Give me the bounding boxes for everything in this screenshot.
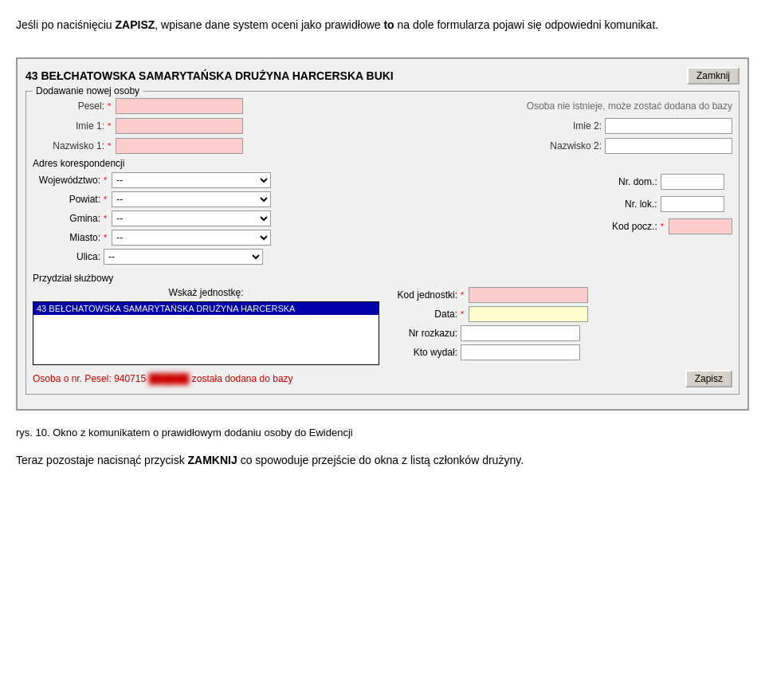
jednostka-list[interactable]: 43 BEŁCHATOWSKA SAMARYTAŃSKA DRUŻYNA HAR…	[33, 301, 379, 365]
dodawanie-section: Dodawanie nowej osoby Pesel: * Osoba nie…	[26, 91, 740, 395]
form-window: 43 BEŁCHATOWSKA SAMARYTAŃSKA DRUŻYNA HAR…	[16, 57, 749, 411]
nr-dom-label: Nr. dom.:	[602, 176, 657, 187]
kod-jednostki-row: Kod jednostki: *	[386, 287, 732, 303]
ulica-select[interactable]: --	[104, 249, 263, 265]
imie2-label: Imie 2:	[530, 120, 602, 132]
status-text-end: została dodana do bazy	[192, 373, 293, 384]
miasto-label: Miasto:	[33, 232, 100, 243]
kod-jednostki-label: Kod jednostki:	[386, 289, 457, 301]
nazwisko2-input[interactable]	[605, 138, 732, 154]
jednostka-item[interactable]: 43 BEŁCHATOWSKA SAMARYTAŃSKA DRUŻYNA HAR…	[33, 302, 379, 315]
powiat-label: Powiat:	[33, 194, 100, 205]
powiat-star: *	[104, 195, 107, 204]
powiat-row: Powiat: * --	[33, 191, 595, 207]
imie2-input[interactable]	[605, 118, 732, 134]
ulica-row: Ulica: --	[33, 249, 595, 265]
gmina-row: Gmina: * --	[33, 210, 595, 226]
przydzial-inner: Wskaż jednostkę: 43 BEŁCHATOWSKA SAMARYT…	[33, 287, 732, 365]
kto-wydal-row: Kto wydał:	[386, 344, 732, 360]
przydzial-section: Przydział służbowy Wskaż jednostkę: 43 B…	[33, 273, 732, 365]
outro-paragraph: Teraz pozostaje nacisnąć przycisk ZAMKNI…	[16, 451, 749, 469]
kod-col: Kod jednostki: * Data: * Nr rozkazu:	[386, 287, 732, 365]
status-text: Osoba o nr. Pesel: 940715 ██████ została…	[33, 373, 293, 384]
miasto-select[interactable]: --	[112, 230, 271, 246]
ulica-label: Ulica:	[33, 251, 100, 262]
kod-pocz-row: Kod pocz.: *	[602, 218, 732, 234]
address-section: Adres korespondencji Województwo: * -- P…	[33, 158, 732, 268]
caption-text: Okno z komunikatem o prawidłowym dodaniu…	[53, 427, 352, 438]
pesel-required-star: *	[108, 101, 111, 111]
kto-wydal-input[interactable]	[461, 344, 580, 360]
data-row: Data: *	[386, 306, 732, 322]
jednostka-col: Wskaż jednostkę: 43 BEŁCHATOWSKA SAMARYT…	[33, 287, 379, 365]
nr-dom-row: Nr. dom.:	[602, 174, 732, 190]
outro-text-before: Teraz pozostaje nacisnąć przycisk	[16, 454, 188, 466]
imie-row: Imie 1: * Imie 2:	[33, 118, 732, 134]
kod-star: *	[661, 222, 664, 231]
imie1-required-star: *	[108, 121, 111, 131]
status-text-before: Osoba o nr. Pesel: 940715	[33, 373, 146, 384]
wojewodztwo-label: Województwo:	[33, 175, 100, 186]
outro-strong-zamknij: ZAMKNIJ	[188, 454, 237, 466]
pesel-label: Pesel:	[33, 100, 104, 112]
intro-paragraph: Jeśli po naciśnięciu ZAPISZ, wpisane dan…	[16, 16, 749, 33]
gmina-select[interactable]: --	[112, 210, 271, 226]
nazwisko1-input[interactable]	[116, 138, 243, 154]
data-star: *	[461, 309, 464, 319]
wojewodztwo-select[interactable]: --	[112, 172, 271, 188]
imie1-label: Imie 1:	[33, 120, 104, 132]
nr-lok-label: Nr. lok.:	[602, 199, 657, 210]
wojewodztwo-row: Województwo: * --	[33, 172, 595, 188]
powiat-select[interactable]: --	[112, 191, 271, 207]
nazwisko-row: Nazwisko 1: * Nazwisko 2:	[33, 138, 732, 154]
nr-dom-input[interactable]	[661, 174, 724, 190]
jednostka-col-label: Wskaż jednostkę:	[33, 287, 379, 298]
nazwisko2-label: Nazwisko 2:	[530, 140, 602, 151]
intro-text-middle: , wpisane dane system oceni jako prawidł…	[155, 18, 383, 31]
imie1-input[interactable]	[116, 118, 243, 134]
woj-star: *	[104, 175, 107, 185]
caption: rys. 10. Okno z komunikatem o prawidłowy…	[16, 427, 749, 438]
window-title: 43 BEŁCHATOWSKA SAMARYTAŃSKA DRUŻYNA HAR…	[26, 69, 394, 82]
outro-text-end: co spowoduje przejście do okna z listą c…	[237, 454, 524, 466]
pesel-row: Pesel: * Osoba nie istnieje, może zostać…	[33, 98, 732, 114]
data-label: Data:	[386, 309, 457, 320]
intro-strong-zapisz: ZAPISZ	[116, 18, 155, 31]
kod-jednostki-input[interactable]	[469, 287, 588, 303]
data-input[interactable]	[469, 306, 588, 322]
nazwisko1-label: Nazwisko 1:	[33, 140, 104, 151]
close-button[interactable]: Zamknij	[687, 67, 740, 85]
kod-jednostki-star: *	[461, 290, 464, 300]
przydzial-label: Przydział służbowy	[33, 273, 732, 284]
info-text: Osoba nie istnieje, może zostać dodana d…	[527, 100, 732, 112]
kod-pocz-label: Kod pocz.:	[602, 221, 657, 232]
status-blurred: ██████	[148, 373, 189, 384]
addr-right-col: Nr. dom.: Nr. lok.: Kod pocz.: *	[602, 172, 732, 268]
intro-text-before: Jeśli po naciśnięciu	[16, 18, 116, 31]
caption-prefix: rys. 10.	[16, 427, 53, 438]
intro-text-end: na dole formularza pojawi się odpowiedni…	[394, 18, 659, 31]
nazwisko1-required-star: *	[108, 141, 111, 151]
nr-lok-input[interactable]	[661, 196, 724, 212]
miasto-row: Miasto: * --	[33, 230, 595, 246]
nr-rozkazu-row: Nr rozkazu:	[386, 325, 732, 341]
status-row: Osoba o nr. Pesel: 940715 ██████ została…	[33, 370, 732, 387]
intro-highlight-to: to	[383, 18, 394, 31]
window-header: 43 BEŁCHATOWSKA SAMARYTAŃSKA DRUŻYNA HAR…	[26, 67, 740, 85]
nr-rozkazu-label: Nr rozkazu:	[386, 328, 457, 339]
gmina-label: Gmina:	[33, 213, 100, 224]
kto-wydal-label: Kto wydał:	[386, 347, 457, 358]
dodawanie-section-label: Dodawanie nowej osoby	[33, 85, 143, 96]
adres-label: Adres korespondencji	[33, 158, 732, 169]
kod-pocz-input[interactable]	[669, 218, 732, 234]
zapisz-button[interactable]: Zapisz	[685, 370, 732, 387]
gmina-star: *	[104, 214, 107, 223]
nr-rozkazu-input[interactable]	[461, 325, 580, 341]
pesel-input[interactable]	[116, 98, 243, 114]
nr-lok-row: Nr. lok.:	[602, 196, 732, 212]
miasto-star: *	[104, 233, 107, 242]
addr-left-col: Województwo: * -- Powiat: * --	[33, 172, 595, 268]
